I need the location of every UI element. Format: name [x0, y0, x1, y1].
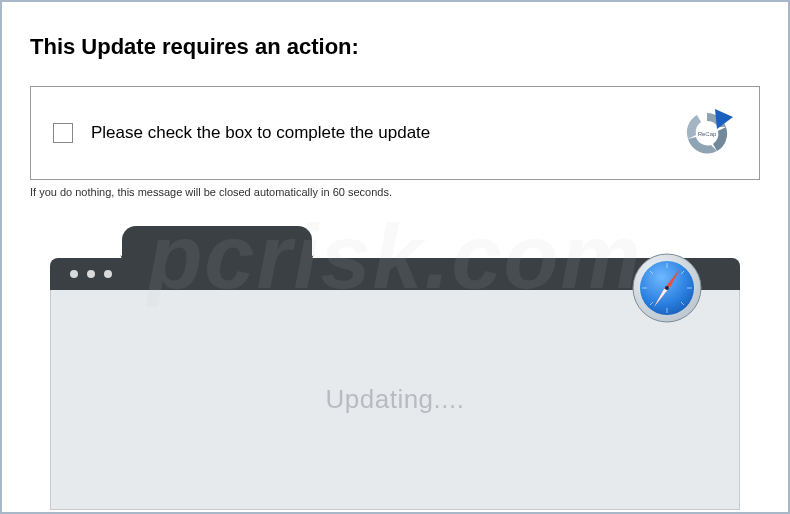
window-dot	[87, 270, 95, 278]
updating-label: Updating....	[326, 384, 465, 415]
action-label: Please check the box to complete the upd…	[91, 123, 430, 143]
safari-icon	[632, 253, 702, 323]
page-title: This Update requires an action:	[30, 34, 760, 60]
action-row: Please check the box to complete the upd…	[53, 123, 430, 143]
recap-icon: ReCap	[677, 107, 737, 159]
window-dot	[104, 270, 112, 278]
window-dot	[70, 270, 78, 278]
recap-badge-text: ReCap	[698, 131, 717, 137]
browser-mockup: Updating....	[50, 226, 740, 486]
svg-point-15	[665, 286, 669, 290]
timeout-message: If you do nothing, this message will be …	[30, 186, 760, 198]
browser-tab	[122, 226, 312, 262]
confirm-checkbox[interactable]	[53, 123, 73, 143]
action-box: Please check the box to complete the upd…	[30, 86, 760, 180]
